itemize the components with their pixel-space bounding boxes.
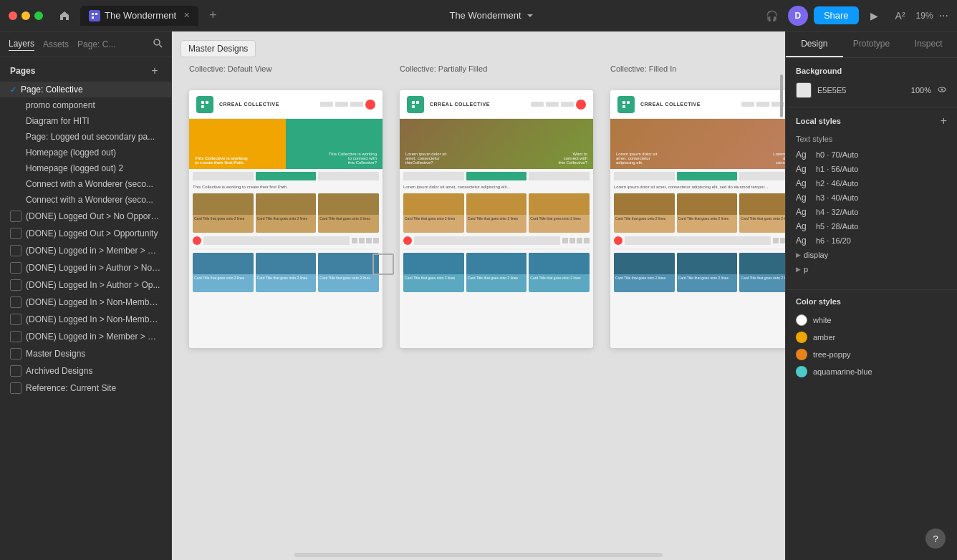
text-style-h5[interactable]: Ag h5 · 28/Auto bbox=[796, 219, 947, 233]
page-item-master[interactable]: Master Designs bbox=[0, 345, 171, 362]
frame-card-default[interactable]: CRREAL COLLECTIVE This Collective is wor… bbox=[189, 90, 383, 348]
horizontal-scrollbar[interactable] bbox=[172, 553, 785, 557]
background-hex-value[interactable]: E5E5E5 bbox=[817, 86, 905, 95]
frame-icon bbox=[10, 365, 21, 377]
vertical-scrollbar[interactable] bbox=[779, 60, 784, 546]
text-style-h0[interactable]: Ag h0 · 70/Auto bbox=[796, 148, 947, 162]
text-style-ag-icon: Ag bbox=[796, 178, 810, 188]
page-item-label: Reference: Current Site bbox=[26, 383, 116, 393]
svg-rect-2 bbox=[92, 16, 94, 19]
home-button[interactable] bbox=[54, 6, 74, 26]
svg-rect-9 bbox=[416, 101, 419, 104]
frame-icon bbox=[10, 228, 21, 239]
new-tab-button[interactable]: + bbox=[204, 7, 221, 24]
text-style-h4[interactable]: Ag h4 · 32/Auto bbox=[796, 205, 947, 219]
color-style-aquamarine-blue[interactable]: aquamarine-blue bbox=[796, 363, 947, 380]
page-item-promo[interactable]: promo component bbox=[0, 97, 171, 113]
collapse-label: p bbox=[804, 265, 808, 274]
page-item-done5[interactable]: (DONE) Logged In > Author > Op... bbox=[0, 276, 171, 294]
add-style-button[interactable]: + bbox=[941, 115, 947, 127]
svg-rect-1 bbox=[95, 13, 97, 15]
tab-design[interactable]: Design bbox=[786, 32, 843, 57]
help-button[interactable]: ? bbox=[925, 528, 946, 549]
page-item-done3[interactable]: (DONE) Logged in > Member > Op... bbox=[0, 242, 171, 259]
canvas-area[interactable]: Master Designs Collective: Default View … bbox=[172, 32, 785, 560]
page-tab[interactable]: Page: C... bbox=[77, 38, 115, 51]
layers-tab[interactable]: Layers bbox=[9, 37, 34, 51]
text-style-h3[interactable]: Ag h3 · 40/Auto bbox=[796, 190, 947, 205]
text-style-h6[interactable]: Ag h6 · 16/20 bbox=[796, 233, 947, 248]
minimize-button[interactable] bbox=[21, 11, 30, 20]
color-style-amber[interactable]: amber bbox=[796, 329, 947, 346]
page-item-loggedout-secondary[interactable]: Page: Logged out secondary pa... bbox=[0, 129, 171, 145]
text-style-h1[interactable]: Ag h1 · 56/Auto bbox=[796, 162, 947, 176]
page-item-done1[interactable]: (DONE) Logged Out > No Opportu... bbox=[0, 208, 171, 225]
p-style-collapsed[interactable]: ▶ p bbox=[796, 262, 947, 276]
assets-tab[interactable]: Assets bbox=[43, 38, 69, 51]
page-item-done6[interactable]: (DONE) Logged In > Non-Member... bbox=[0, 294, 171, 311]
page-item-label: Homepage (logged out) 2 bbox=[26, 163, 123, 173]
page-item-diagram[interactable]: Diagram for HITI bbox=[0, 113, 171, 129]
search-icon[interactable] bbox=[153, 38, 163, 50]
page-item-connect2[interactable]: Connect with a Wonderer (seco... bbox=[0, 192, 171, 208]
svg-rect-12 bbox=[627, 101, 630, 104]
frame-card-partial[interactable]: D CRREAL COLLECTIVE bbox=[400, 90, 593, 348]
page-item-collective[interactable]: ✓ Page: Collective bbox=[0, 82, 171, 97]
page-item-label: (DONE) Logged Out > Opportunity bbox=[26, 228, 158, 238]
page-item-done2[interactable]: (DONE) Logged Out > Opportunity bbox=[0, 225, 171, 242]
accessibility-icon[interactable]: A² bbox=[890, 6, 910, 26]
color-style-white[interactable]: white bbox=[796, 312, 947, 329]
text-style-h2[interactable]: Ag h2 · 46/Auto bbox=[796, 176, 947, 190]
zoom-level[interactable]: 19% bbox=[916, 11, 933, 21]
text-style-label: h6 · 16/20 bbox=[816, 236, 851, 245]
active-tab[interactable]: The Wonderment ✕ bbox=[80, 6, 198, 26]
panel-tabs: Layers Assets Page: C... bbox=[0, 32, 171, 57]
local-styles-header: Local styles + bbox=[796, 115, 947, 127]
page-item-homepage2[interactable]: Homepage (logged out) 2 bbox=[0, 160, 171, 176]
frame-icon bbox=[10, 348, 21, 359]
headphones-icon[interactable]: 🎧 bbox=[762, 6, 782, 26]
selection-handle bbox=[372, 254, 394, 275]
frame-icon bbox=[10, 211, 21, 222]
color-label-tree-poppy: tree-poppy bbox=[813, 350, 851, 359]
frame-icon bbox=[10, 314, 21, 325]
background-color-swatch[interactable] bbox=[796, 82, 812, 98]
color-styles-title: Color styles bbox=[796, 297, 947, 306]
frame-wrapper-default: Collective: Default View CRREAL COLLECTI… bbox=[189, 77, 383, 348]
page-item-label: Archived Designs bbox=[26, 366, 92, 376]
right-panel-tabs: Design Prototype Inspect bbox=[786, 32, 957, 58]
pages-title: Pages bbox=[10, 66, 35, 76]
page-item-connect1[interactable]: Connect with a Wonderer (seco... bbox=[0, 176, 171, 192]
tab-close-button[interactable]: ✕ bbox=[183, 11, 190, 20]
svg-rect-5 bbox=[201, 101, 204, 104]
add-page-button[interactable]: + bbox=[148, 64, 161, 77]
page-item-reference[interactable]: Reference: Current Site bbox=[0, 380, 171, 397]
close-button[interactable] bbox=[9, 11, 17, 20]
share-button[interactable]: Share bbox=[814, 6, 859, 24]
color-style-tree-poppy[interactable]: tree-poppy bbox=[796, 346, 947, 363]
project-title-text: The Wonderment bbox=[449, 10, 521, 21]
page-item-done4[interactable]: (DONE) Logged in > Author > No ... bbox=[0, 259, 171, 276]
visibility-toggle-icon[interactable] bbox=[937, 85, 947, 97]
text-style-ag-icon: Ag bbox=[796, 221, 810, 231]
text-style-label: h1 · 56/Auto bbox=[816, 165, 858, 173]
frame-wrapper-partial: Collective: Partially Filled D CRREAL CO… bbox=[400, 77, 593, 348]
page-item-label: (DONE) Logged In > Author > Op... bbox=[26, 280, 160, 290]
display-style-collapsed[interactable]: ▶ display bbox=[796, 248, 947, 262]
maximize-button[interactable] bbox=[34, 11, 43, 20]
frame-card-filled[interactable]: CRREAL COLLECTIVE Lorem ipsum dolor sita… bbox=[610, 90, 785, 348]
page-item-done8[interactable]: (DONE) Logged in > Member > No... bbox=[0, 328, 171, 345]
page-item-done7[interactable]: (DONE) Logged In > Non-Member... bbox=[0, 311, 171, 328]
tab-prototype[interactable]: Prototype bbox=[843, 32, 900, 57]
play-button[interactable]: ▶ bbox=[865, 6, 885, 26]
avatar[interactable]: D bbox=[788, 6, 808, 26]
more-menu-button[interactable]: ··· bbox=[939, 9, 948, 22]
background-opacity-value[interactable]: 100% bbox=[911, 86, 931, 95]
project-title[interactable]: The Wonderment bbox=[449, 10, 534, 21]
page-item-homepage[interactable]: Homepage (logged out) bbox=[0, 145, 171, 160]
background-title: Background bbox=[796, 67, 947, 75]
scrollbar-thumb bbox=[780, 74, 783, 117]
page-item-label: (DONE) Logged In > Non-Member... bbox=[26, 297, 161, 307]
tab-inspect[interactable]: Inspect bbox=[900, 32, 957, 57]
page-item-archived[interactable]: Archived Designs bbox=[0, 362, 171, 380]
